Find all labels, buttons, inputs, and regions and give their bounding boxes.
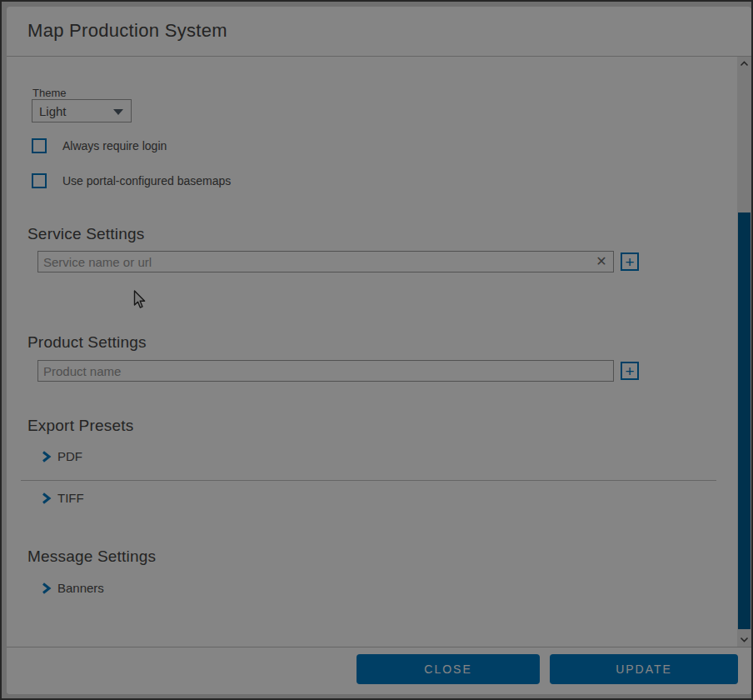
portal-basemaps-checkbox[interactable] <box>32 173 47 188</box>
add-service-button[interactable]: + <box>621 252 639 271</box>
dialog-header: Map Production System <box>7 7 751 57</box>
scrollbar-down-arrow[interactable] <box>737 632 751 647</box>
service-input-wrap: ✕ <box>37 251 614 272</box>
banners-row[interactable]: Banners <box>41 581 104 595</box>
scrollbar-up-arrow[interactable] <box>737 57 751 71</box>
always-require-login-checkbox[interactable] <box>32 138 47 153</box>
chevron-right-icon <box>41 582 52 595</box>
product-name-input[interactable] <box>37 360 614 382</box>
app-window: Map Production System Theme Light Always… <box>0 0 753 700</box>
checkbox-label: Use portal-configured basemaps <box>62 174 231 188</box>
product-input-wrap <box>37 360 614 382</box>
dialog-title: Map Production System <box>27 20 227 42</box>
clear-icon[interactable]: ✕ <box>593 253 610 270</box>
scrollbar-track[interactable] <box>737 57 751 647</box>
mouse-cursor <box>133 290 147 310</box>
theme-select-value: Light <box>39 104 67 118</box>
close-button[interactable]: CLOSE <box>357 654 540 684</box>
export-preset-pdf-row[interactable]: PDF <box>41 449 82 463</box>
service-name-input[interactable] <box>37 251 614 272</box>
theme-select[interactable]: Light <box>32 99 132 122</box>
export-preset-label: TIFF <box>57 491 84 505</box>
chevron-down-icon <box>113 109 123 115</box>
dialog-footer: CLOSE UPDATE <box>7 647 751 694</box>
settings-scroll-area: Theme Light Always require login Use por… <box>7 57 751 647</box>
product-settings-heading: Product Settings <box>27 333 147 352</box>
checkbox-row-always-require-login[interactable]: Always require login <box>32 138 167 153</box>
chevron-right-icon <box>41 492 52 505</box>
theme-label: Theme <box>32 87 66 99</box>
export-presets-heading: Export Presets <box>27 417 133 435</box>
preset-divider <box>21 480 716 481</box>
checkbox-label: Always require login <box>62 139 167 152</box>
export-preset-label: PDF <box>57 449 82 463</box>
banners-label: Banners <box>57 581 104 595</box>
update-button[interactable]: UPDATE <box>550 654 738 684</box>
add-product-button[interactable]: + <box>621 362 639 380</box>
checkbox-row-portal-basemaps[interactable]: Use portal-configured basemaps <box>32 173 231 188</box>
chevron-right-icon <box>41 450 52 463</box>
scrollbar-thumb[interactable] <box>738 212 751 629</box>
settings-dialog: Map Production System Theme Light Always… <box>7 7 751 694</box>
service-settings-heading: Service Settings <box>27 225 145 243</box>
export-preset-tiff-row[interactable]: TIFF <box>41 491 84 505</box>
message-settings-heading: Message Settings <box>27 548 156 566</box>
